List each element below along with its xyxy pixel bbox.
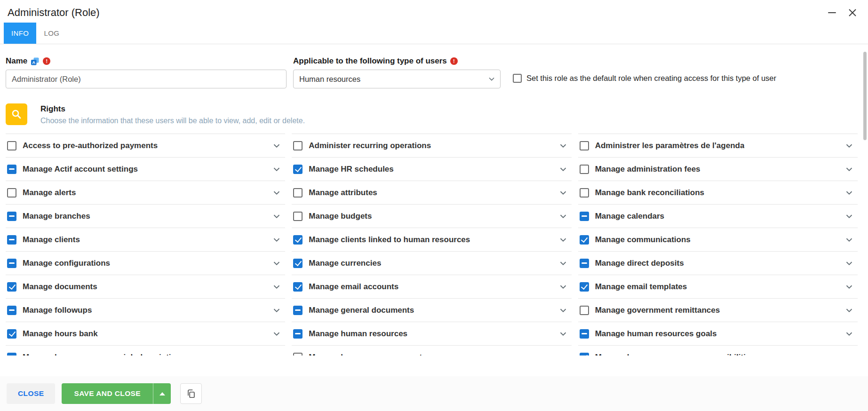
chevron-down-icon[interactable]: [271, 235, 282, 245]
right-checkbox[interactable]: [580, 212, 589, 221]
chevron-down-icon[interactable]: [844, 282, 854, 292]
chevron-down-icon[interactable]: [844, 164, 854, 174]
right-row[interactable]: Manage HR schedules: [292, 158, 571, 181]
chevron-down-icon[interactable]: [271, 188, 282, 198]
right-checkbox[interactable]: [7, 141, 16, 150]
right-row[interactable]: Manage branches: [6, 205, 285, 228]
right-row[interactable]: Manage calendars: [578, 205, 858, 228]
right-checkbox[interactable]: [293, 141, 303, 150]
right-row[interactable]: Manage email templates: [578, 275, 858, 299]
chevron-down-icon[interactable]: [844, 352, 854, 356]
right-row[interactable]: Access to pre-authorized payments: [6, 134, 285, 158]
right-checkbox[interactable]: [293, 235, 303, 245]
right-row[interactable]: Manage alerts: [6, 181, 285, 205]
right-checkbox[interactable]: [7, 353, 16, 356]
rights-search-button[interactable]: [6, 103, 27, 125]
user-type-select[interactable]: Human resources: [293, 70, 501, 88]
right-row[interactable]: Manage clients: [6, 228, 285, 252]
chevron-down-icon[interactable]: [558, 305, 568, 316]
right-row[interactable]: Manage currencies: [292, 252, 571, 275]
right-row[interactable]: Manage clients linked to human resources: [292, 228, 571, 252]
right-checkbox[interactable]: [7, 165, 16, 174]
right-row[interactable]: Manage direct deposits: [578, 252, 858, 275]
right-row[interactable]: Manage attributes: [292, 181, 571, 205]
chevron-down-icon[interactable]: [558, 329, 568, 339]
chevron-down-icon[interactable]: [271, 329, 282, 339]
right-row[interactable]: Manage budgets: [292, 205, 571, 228]
chevron-down-icon[interactable]: [844, 235, 854, 245]
right-row[interactable]: Manage documents: [6, 275, 285, 299]
right-row[interactable]: Manage human resources: [292, 322, 571, 346]
right-checkbox[interactable]: [580, 353, 589, 356]
chevron-down-icon[interactable]: [558, 141, 568, 151]
duplicate-button[interactable]: [180, 383, 202, 404]
right-checkbox[interactable]: [580, 282, 589, 292]
right-checkbox[interactable]: [7, 235, 16, 245]
right-checkbox[interactable]: [293, 212, 303, 221]
chevron-down-icon[interactable]: [271, 258, 282, 269]
chevron-down-icon[interactable]: [844, 258, 854, 269]
right-checkbox[interactable]: [7, 306, 16, 315]
close-button[interactable]: [845, 6, 860, 20]
right-row[interactable]: Administer recurring operations: [292, 134, 571, 158]
tab-log[interactable]: LOG: [36, 23, 67, 44]
right-row[interactable]: Manage human resources responsibilities: [578, 346, 858, 356]
right-checkbox[interactable]: [293, 165, 303, 174]
right-checkbox[interactable]: [293, 329, 303, 339]
right-checkbox[interactable]: [7, 259, 16, 268]
chevron-down-icon[interactable]: [271, 164, 282, 174]
right-row[interactable]: Manage human resources notes: [292, 346, 571, 356]
right-checkbox[interactable]: [293, 259, 303, 268]
save-options-toggle[interactable]: [153, 383, 171, 404]
right-row[interactable]: Manage human resources job descriptions: [6, 346, 285, 356]
chevron-down-icon[interactable]: [558, 188, 568, 198]
right-row[interactable]: Manage general documents: [292, 299, 571, 322]
right-row[interactable]: Manage followups: [6, 299, 285, 322]
chevron-down-icon[interactable]: [558, 235, 568, 245]
name-input[interactable]: [6, 70, 287, 88]
right-checkbox[interactable]: [7, 282, 16, 292]
right-checkbox[interactable]: [293, 306, 303, 315]
save-and-close-button[interactable]: SAVE AND CLOSE: [62, 383, 153, 404]
right-checkbox[interactable]: [580, 259, 589, 268]
chevron-down-icon[interactable]: [271, 211, 282, 221]
right-checkbox[interactable]: [7, 188, 16, 198]
chevron-down-icon[interactable]: [558, 211, 568, 221]
right-row[interactable]: Manage communications: [578, 228, 858, 252]
right-checkbox[interactable]: [580, 188, 589, 198]
right-checkbox[interactable]: [580, 141, 589, 150]
right-checkbox[interactable]: [293, 282, 303, 292]
right-row[interactable]: Manage Actif account settings: [6, 158, 285, 181]
chevron-down-icon[interactable]: [271, 141, 282, 151]
chevron-down-icon[interactable]: [271, 305, 282, 316]
chevron-down-icon[interactable]: [844, 211, 854, 221]
right-row[interactable]: Manage bank reconciliations: [578, 181, 858, 205]
right-checkbox[interactable]: [580, 306, 589, 315]
chevron-down-icon[interactable]: [271, 352, 282, 356]
chevron-down-icon[interactable]: [558, 164, 568, 174]
chevron-down-icon[interactable]: [558, 258, 568, 269]
right-row[interactable]: Administrer les paramètres de l'agenda: [578, 134, 858, 158]
chevron-down-icon[interactable]: [844, 141, 854, 151]
chevron-down-icon[interactable]: [844, 329, 854, 339]
right-checkbox[interactable]: [293, 188, 303, 198]
right-checkbox[interactable]: [7, 329, 16, 339]
chevron-down-icon[interactable]: [558, 282, 568, 292]
chevron-down-icon[interactable]: [558, 352, 568, 356]
right-row[interactable]: Manage administration fees: [578, 158, 858, 181]
right-row[interactable]: Manage configurations: [6, 252, 285, 275]
close-button-footer[interactable]: CLOSE: [7, 383, 55, 404]
default-role-checkbox[interactable]: [513, 74, 522, 83]
chevron-down-icon[interactable]: [844, 188, 854, 198]
vertical-scrollbar-thumb[interactable]: [863, 52, 867, 140]
right-checkbox[interactable]: [580, 235, 589, 245]
right-row[interactable]: Manage hours bank: [6, 322, 285, 346]
minimize-button[interactable]: [825, 6, 839, 20]
right-checkbox[interactable]: [580, 165, 589, 174]
chevron-down-icon[interactable]: [271, 282, 282, 292]
right-row[interactable]: Manage government remittances: [578, 299, 858, 322]
right-checkbox[interactable]: [7, 212, 16, 221]
chevron-down-icon[interactable]: [844, 305, 854, 316]
right-checkbox[interactable]: [293, 353, 303, 356]
right-row[interactable]: Manage human resources goals: [578, 322, 858, 346]
